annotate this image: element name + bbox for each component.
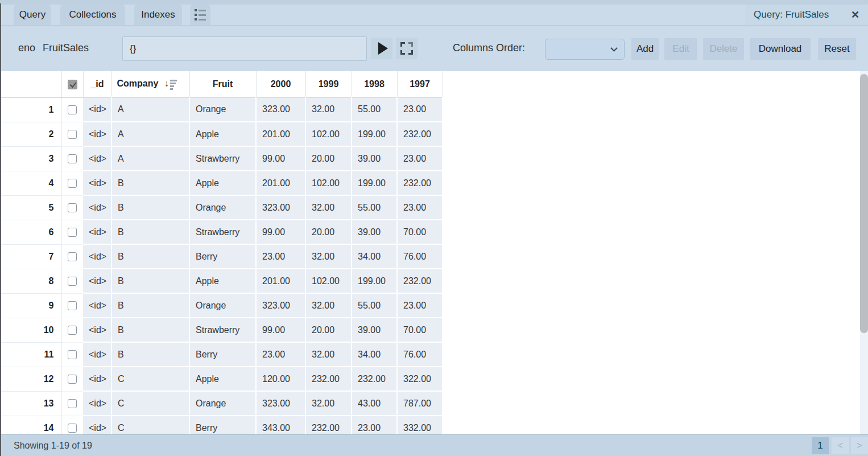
cell-1998: 55.00 (352, 97, 397, 122)
edit-button[interactable]: Edit (664, 38, 697, 60)
row-checkbox[interactable] (68, 130, 77, 139)
cell-1998: 34.00 (352, 244, 397, 269)
table-row[interactable]: 13<id>COrange323.0032.0043.00787.00 (0, 391, 443, 416)
cell-1999: 232.00 (305, 367, 352, 391)
close-icon[interactable]: ✕ (851, 10, 859, 20)
cell-1997: 232.00 (397, 122, 443, 146)
query-input[interactable] (122, 36, 367, 61)
results-panel: _id Company ↓ Fruit 2000 1999 1998 1997 … (0, 71, 868, 434)
table-row[interactable]: 12<id>CApple120.00232.00232.00322.00 (0, 367, 443, 391)
header-company[interactable]: Company ↓ (111, 71, 189, 97)
table-row[interactable]: 6<id>BStrawberry99.0020.0039.0070.00 (0, 220, 443, 244)
table-row[interactable]: 1<id>AOrange323.0032.0055.0023.00 (0, 97, 443, 122)
download-button[interactable]: Download (750, 38, 811, 60)
select-all-checkbox[interactable] (68, 80, 77, 89)
header-2000[interactable]: 2000 (256, 71, 305, 97)
row-checkbox[interactable] (68, 252, 77, 261)
table-row[interactable]: 4<id>BApple201.00102.00199.00232.00 (0, 171, 443, 195)
row-checkbox[interactable] (68, 277, 77, 286)
header-1999[interactable]: 1999 (305, 71, 352, 97)
database-label: eno (18, 25, 35, 71)
scrollbar-thumb[interactable] (860, 74, 868, 333)
row-checkbox[interactable] (68, 399, 77, 408)
row-number: 14 (0, 416, 61, 434)
table-row[interactable]: 8<id>BApple201.00102.00199.00232.00 (0, 269, 443, 293)
cell-2000: 201.00 (256, 122, 305, 146)
next-page-button[interactable]: > (851, 437, 868, 454)
sort-descending-icon: ↓ (164, 79, 177, 90)
add-button[interactable]: Add (631, 38, 659, 60)
table-row[interactable]: 14<id>CBerry343.00232.0023.00332.00 (0, 416, 443, 434)
tab-indexes[interactable]: Indexes (134, 5, 182, 25)
row-checkbox[interactable] (68, 105, 77, 114)
tab-open-query-fruitsales[interactable]: Query: FruitSales ✕ (745, 5, 868, 25)
table-row[interactable]: 7<id>BBerry23.0032.0034.0076.00 (0, 244, 443, 269)
columns-order-select[interactable] (545, 39, 625, 60)
table-row[interactable]: 11<id>BBerry23.0032.0034.0076.00 (0, 342, 443, 367)
page-1-button[interactable]: 1 (812, 437, 829, 454)
row-number: 10 (0, 318, 61, 342)
tabbar-divider (0, 25, 868, 26)
cell-2000: 99.00 (256, 318, 305, 342)
list-icon (195, 9, 206, 20)
run-query-button[interactable] (371, 38, 392, 59)
cell-2000: 343.00 (256, 416, 305, 434)
cell-id: <id> (83, 391, 111, 416)
row-select (61, 146, 83, 171)
cell-fruit: Orange (189, 97, 256, 122)
row-select (61, 367, 83, 391)
row-checkbox[interactable] (68, 203, 77, 212)
row-checkbox[interactable] (68, 228, 77, 237)
header-1998[interactable]: 1998 (352, 71, 397, 97)
cell-1999: 102.00 (305, 269, 352, 293)
cell-2000: 23.00 (256, 342, 305, 367)
prev-page-button[interactable]: < (832, 437, 849, 454)
cell-1997: 787.00 (397, 391, 443, 416)
tab-collections[interactable]: Collections (60, 5, 125, 25)
row-select (61, 342, 83, 367)
row-checkbox[interactable] (68, 326, 77, 335)
row-checkbox[interactable] (68, 154, 77, 163)
table-row[interactable]: 3<id>AStrawberry99.0020.0039.0023.00 (0, 146, 443, 171)
cell-1999: 32.00 (305, 97, 352, 122)
table-header-row: _id Company ↓ Fruit 2000 1999 1998 1997 (0, 71, 443, 97)
header-1997[interactable]: 1997 (397, 71, 443, 97)
cell-id: <id> (83, 293, 111, 318)
cell-1998: 34.00 (352, 342, 397, 367)
cell-2000: 323.00 (256, 391, 305, 416)
tab-query[interactable]: Query (14, 5, 51, 25)
cell-1998: 23.00 (352, 416, 397, 434)
cell-1998: 43.00 (352, 391, 397, 416)
row-checkbox[interactable] (68, 179, 77, 188)
table-row[interactable]: 10<id>BStrawberry99.0020.0039.0070.00 (0, 318, 443, 342)
cell-1999: 32.00 (305, 195, 352, 220)
table-row[interactable]: 5<id>BOrange323.0032.0055.0023.00 (0, 195, 443, 220)
header-id[interactable]: _id (83, 71, 111, 97)
cell-id: <id> (83, 97, 111, 122)
row-checkbox[interactable] (68, 375, 77, 384)
tab-list-menu[interactable] (190, 5, 210, 25)
table-row[interactable]: 2<id>AApple201.00102.00199.00232.00 (0, 122, 443, 146)
row-checkbox[interactable] (68, 301, 77, 310)
tab-query-label: Query (19, 9, 46, 20)
delete-button[interactable]: Delete (703, 38, 744, 60)
row-select (61, 269, 83, 293)
table-row[interactable]: 9<id>BOrange323.0032.0055.0023.00 (0, 293, 443, 318)
cell-1998: 199.00 (352, 171, 397, 195)
vertical-scrollbar[interactable] (860, 71, 868, 434)
cell-fruit: Orange (189, 391, 256, 416)
cell-fruit: Strawberry (189, 146, 256, 171)
status-bar: Showing 1-19 of 19 1 < > (0, 434, 868, 456)
cell-2000: 201.00 (256, 171, 305, 195)
row-checkbox[interactable] (68, 350, 77, 359)
cell-1998: 232.00 (352, 367, 397, 391)
cell-id: <id> (83, 367, 111, 391)
cell-2000: 99.00 (256, 220, 305, 244)
row-checkbox[interactable] (68, 424, 77, 433)
cell-company: C (111, 367, 189, 391)
reset-button[interactable]: Reset (818, 38, 856, 60)
expand-button[interactable] (396, 38, 418, 59)
chevron-down-icon (610, 44, 618, 52)
header-fruit[interactable]: Fruit (189, 71, 256, 97)
cell-id: <id> (83, 416, 111, 434)
